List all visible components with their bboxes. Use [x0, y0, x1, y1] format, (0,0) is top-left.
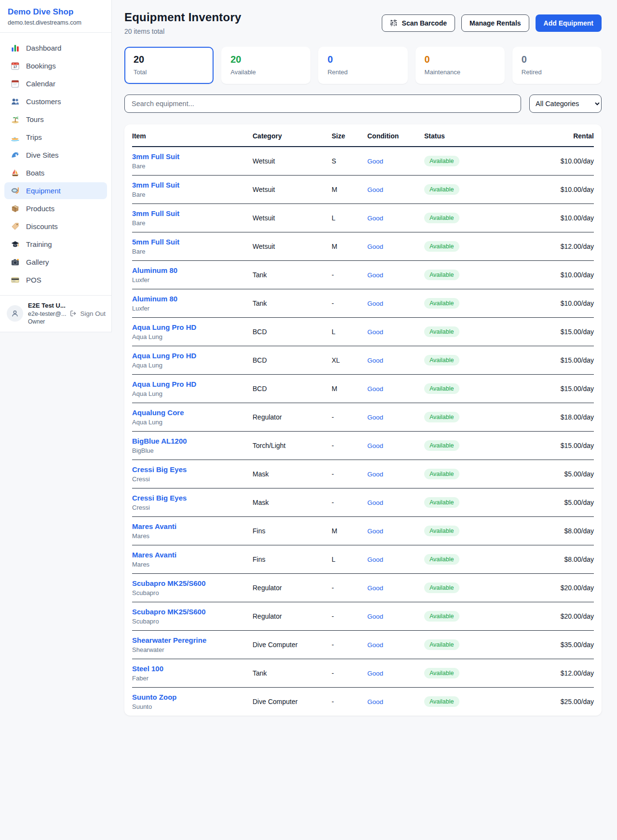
page-heading-group: Equipment Inventory 20 items total — [124, 11, 241, 35]
sidebar-item-training[interactable]: Training — [4, 236, 107, 253]
item-link[interactable]: Aqualung Core — [132, 408, 253, 417]
item-link[interactable]: Scubapro MK25/S600 — [132, 579, 253, 587]
item-link[interactable]: 5mm Full Suit — [132, 238, 253, 246]
sidebar-item-dashboard[interactable]: Dashboard — [4, 40, 107, 56]
condition-link[interactable]: Good — [367, 414, 383, 421]
manage-rentals-button[interactable]: Manage Rentals — [461, 14, 529, 32]
add-equipment-button[interactable]: Add Equipment — [536, 14, 602, 32]
condition-link[interactable]: Good — [367, 556, 383, 563]
stat-card-maintenance[interactable]: 0 Maintenance — [416, 47, 505, 84]
shop-title: Demo Dive Shop — [8, 7, 104, 17]
item-link[interactable]: Scubapro MK25/S600 — [132, 608, 253, 616]
sidebar-item-tours[interactable]: Tours — [4, 111, 107, 128]
item-link[interactable]: Aqua Lung Pro HD — [132, 352, 253, 360]
condition-link[interactable]: Good — [367, 584, 383, 592]
table-row: 3mm Full Suit Bare Wetsuit M Good Availa… — [132, 176, 594, 204]
sidebar-item-boats[interactable]: Boats — [4, 164, 107, 181]
table-row: Aluminum 80 Luxfer Tank - Good Available… — [132, 289, 594, 318]
sidebar: Demo Dive Shop demo.test.divestreams.com… — [0, 0, 112, 332]
item-category: Dive Computer — [253, 688, 332, 716]
condition-link[interactable]: Good — [367, 186, 383, 193]
status-badge: Available — [424, 326, 459, 337]
item-link[interactable]: Cressi Big Eyes — [132, 494, 253, 502]
item-size: - — [332, 488, 367, 517]
sidebar-item-customers[interactable]: Customers — [4, 93, 107, 110]
item-link[interactable]: Aluminum 80 — [132, 266, 253, 274]
bar-chart-icon — [11, 43, 20, 53]
item-size: - — [332, 688, 367, 716]
item-link[interactable]: Suunto Zoop — [132, 693, 253, 701]
item-link[interactable]: Steel 100 — [132, 664, 253, 673]
status-badge: Available — [424, 497, 459, 508]
condition-link[interactable]: Good — [367, 613, 383, 620]
palm-island-icon — [11, 115, 20, 124]
item-link[interactable]: Shearwater Peregrine — [132, 636, 253, 644]
item-size: - — [332, 432, 367, 460]
item-category: Wetsuit — [253, 176, 332, 204]
speedboat-icon — [11, 133, 20, 142]
item-link[interactable]: BigBlue AL1200 — [132, 437, 253, 445]
condition-link[interactable]: Good — [367, 670, 383, 677]
item-brand: Aqua Lung — [132, 333, 253, 340]
stat-label: Rented — [327, 68, 398, 76]
table-row: 3mm Full Suit Bare Wetsuit S Good Availa… — [132, 147, 594, 176]
sidebar-item-label: Dashboard — [26, 44, 61, 52]
stat-card-total[interactable]: 20 Total — [124, 47, 214, 84]
item-link[interactable]: 3mm Full Suit — [132, 181, 253, 189]
stat-card-retired[interactable]: 0 Retired — [512, 47, 602, 84]
item-link[interactable]: Aluminum 80 — [132, 295, 253, 303]
stat-card-rented[interactable]: 0 Rented — [318, 47, 407, 84]
condition-link[interactable]: Good — [367, 442, 383, 449]
status-badge: Available — [424, 639, 459, 650]
condition-link[interactable]: Good — [367, 215, 383, 222]
condition-link[interactable]: Good — [367, 243, 383, 250]
item-link[interactable]: Aqua Lung Pro HD — [132, 380, 253, 388]
people-icon — [11, 97, 20, 106]
stat-card-available[interactable]: 20 Available — [221, 47, 310, 84]
sidebar-item-discounts[interactable]: Discounts — [4, 218, 107, 235]
sidebar-item-calendar[interactable]: Calendar — [4, 75, 107, 92]
category-select[interactable]: All Categories — [529, 95, 602, 113]
item-link[interactable]: Mares Avanti — [132, 522, 253, 530]
condition-link[interactable]: Good — [367, 300, 383, 307]
table-row: 5mm Full Suit Bare Wetsuit M Good Availa… — [132, 232, 594, 261]
sidebar-item-trips[interactable]: Trips — [4, 129, 107, 146]
item-link[interactable]: Cressi Big Eyes — [132, 465, 253, 474]
brand: Demo Dive Shop demo.test.divestreams.com — [0, 0, 111, 32]
condition-link[interactable]: Good — [367, 641, 383, 649]
sign-out-button[interactable]: Sign Out — [69, 310, 106, 317]
item-rental: $10.00/day — [521, 204, 594, 232]
condition-link[interactable]: Good — [367, 471, 383, 478]
item-rental: $5.00/day — [521, 460, 594, 488]
item-link[interactable]: 3mm Full Suit — [132, 152, 253, 161]
scan-barcode-button[interactable]: Scan Barcode — [382, 14, 455, 32]
status-badge: Available — [424, 696, 459, 707]
sidebar-item-dive-sites[interactable]: Dive Sites — [4, 147, 107, 163]
condition-link[interactable]: Good — [367, 158, 383, 165]
sidebar-item-label: Equipment — [26, 187, 61, 195]
sidebar-item-pos[interactable]: POS — [4, 271, 107, 288]
sidebar-item-products[interactable]: Products — [4, 200, 107, 217]
item-category: Fins — [253, 545, 332, 574]
item-link[interactable]: 3mm Full Suit — [132, 209, 253, 217]
condition-link[interactable]: Good — [367, 328, 383, 336]
condition-link[interactable]: Good — [367, 528, 383, 535]
column-header-category: Category — [253, 124, 332, 147]
person-icon — [11, 309, 19, 318]
item-category: Tank — [253, 659, 332, 688]
item-link[interactable]: Aqua Lung Pro HD — [132, 323, 253, 331]
sidebar-item-equipment[interactable]: Equipment — [4, 182, 107, 199]
credit-card-icon — [11, 275, 20, 285]
condition-link[interactable]: Good — [367, 271, 383, 279]
condition-link[interactable]: Good — [367, 698, 383, 705]
condition-link[interactable]: Good — [367, 357, 383, 364]
table-row: Suunto Zoop Suunto Dive Computer - Good … — [132, 688, 594, 716]
status-badge: Available — [424, 668, 459, 678]
item-size: - — [332, 574, 367, 602]
condition-link[interactable]: Good — [367, 385, 383, 393]
condition-link[interactable]: Good — [367, 499, 383, 506]
item-link[interactable]: Mares Avanti — [132, 551, 253, 559]
sidebar-item-gallery[interactable]: Gallery — [4, 254, 107, 271]
sidebar-item-bookings[interactable]: 17 Bookings — [4, 57, 107, 74]
search-input[interactable] — [124, 95, 521, 113]
